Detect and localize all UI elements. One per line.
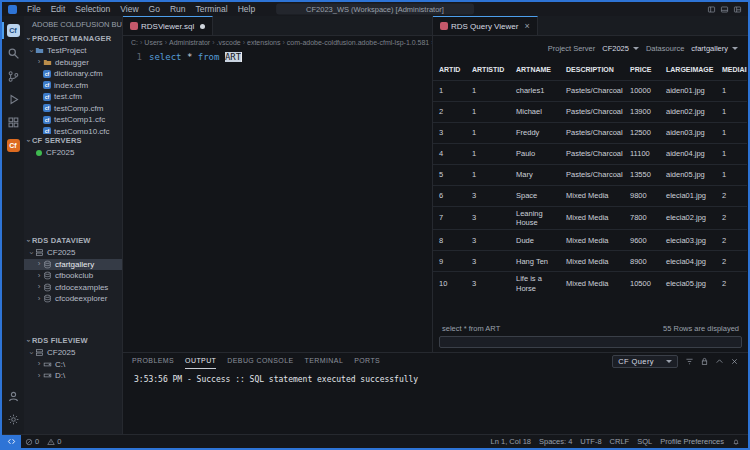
tree-item-d[interactable]: ›D:\ bbox=[24, 370, 122, 382]
status-utf-8[interactable]: UTF-8 bbox=[576, 437, 605, 446]
tree-item-cfcodeexplorer[interactable]: ›cfcodeexplorer bbox=[24, 293, 122, 305]
activity-coldfusion[interactable]: Cf bbox=[2, 134, 24, 157]
table-row[interactable]: 51MaryPastels/Charcoal13550aiden05.jpg1 bbox=[433, 164, 747, 185]
output-channel-select[interactable]: CF Query bbox=[612, 355, 678, 368]
menu-edit[interactable]: Edit bbox=[46, 4, 71, 14]
breadcrumb-segment[interactable]: Administrator bbox=[169, 39, 210, 46]
tree-item-cf2025[interactable]: CF2025 bbox=[24, 147, 122, 159]
breadcrumb-segment[interactable]: C: bbox=[131, 39, 138, 46]
menu-help[interactable]: Help bbox=[233, 4, 260, 14]
filter-icon[interactable] bbox=[685, 357, 694, 366]
code-editor[interactable]: 1select * from ART bbox=[123, 49, 432, 352]
section-header-rds-fileview[interactable]: ›RDS FILEVIEW bbox=[24, 334, 122, 347]
tree-item-cf2025[interactable]: ›CF2025 bbox=[24, 347, 122, 359]
table-row[interactable]: 93Hang TenMixed Media8900elecia04.jpg2 bbox=[433, 251, 747, 272]
status-ln-1-col-18[interactable]: Ln 1, Col 18 bbox=[487, 437, 535, 446]
tab-rds-query-viewer[interactable]: RDS Query Viewer × bbox=[433, 16, 538, 35]
activity-run-debug[interactable] bbox=[2, 88, 24, 111]
tree-item-c[interactable]: ›C:\ bbox=[24, 359, 122, 371]
tree-item-dictionary-cfm[interactable]: cfdictionary.cfm bbox=[24, 68, 122, 80]
activity-coldfusion-builder[interactable]: Cf bbox=[2, 19, 24, 42]
panel-tab-output[interactable]: OUTPUT bbox=[185, 353, 216, 369]
column-header-price[interactable]: PRICE bbox=[624, 60, 660, 80]
section-header-cf-servers[interactable]: ›CF SERVERS bbox=[24, 134, 122, 147]
activity-extensions[interactable] bbox=[2, 111, 24, 134]
menu-selection[interactable]: Selection bbox=[70, 4, 115, 14]
modified-dot-icon[interactable] bbox=[200, 24, 205, 29]
status-error[interactable]: 0 bbox=[21, 437, 43, 446]
tree-item-testcomp10-cfc[interactable]: cftestComp10.cfc bbox=[24, 126, 122, 135]
table-row[interactable]: 63SpaceMixed Media9800elecia01.jpg2 bbox=[433, 185, 747, 206]
toggle-panel-icon[interactable] bbox=[720, 5, 729, 14]
tree-item-cfdocexamples[interactable]: ›cfdocexamples bbox=[24, 282, 122, 294]
activity-source-control[interactable] bbox=[2, 65, 24, 88]
panel-tab-ports[interactable]: PORTS bbox=[354, 353, 380, 369]
activity-account[interactable] bbox=[2, 385, 24, 408]
tree-item-cfartgallery[interactable]: ›cfartgallery bbox=[24, 259, 122, 271]
cell: 1 bbox=[716, 143, 747, 164]
panel-tab-debug-console[interactable]: DEBUG CONSOLE bbox=[227, 353, 293, 369]
column-header-largeimage[interactable]: LARGEIMAGE bbox=[660, 60, 716, 80]
status-sql[interactable]: SQL bbox=[633, 437, 656, 446]
tree-item-index-cfm[interactable]: cfindex.cfm bbox=[24, 80, 122, 92]
maximize-panel-icon[interactable] bbox=[715, 357, 724, 366]
status-crlf[interactable]: CRLF bbox=[606, 437, 634, 446]
section-header-rds-dataview[interactable]: ›RDS DATAVIEW bbox=[24, 234, 122, 247]
cell: 10 bbox=[433, 272, 466, 295]
close-icon[interactable]: × bbox=[524, 21, 529, 31]
tree-item-label: cfartgallery bbox=[55, 260, 94, 269]
tab-rdsviewer-sql[interactable]: RDSViewer.sql bbox=[123, 16, 213, 35]
breadcrumb-segment[interactable]: com-adobe-coldfusion.adobe-cfml-lsp-1.0.… bbox=[287, 39, 429, 46]
status-profile-preferences[interactable]: Profile Preferences bbox=[656, 437, 728, 446]
table-row[interactable]: 31FreddyPastels/Charcoal12500aiden03.jpg… bbox=[433, 122, 747, 143]
tree-item-testproject[interactable]: ›TestProject bbox=[24, 45, 122, 57]
table-row[interactable]: 73Leaning HouseMixed Media7800elecia02.j… bbox=[433, 206, 747, 230]
menu-file[interactable]: File bbox=[22, 4, 46, 14]
column-header-description[interactable]: DESCRIPTION bbox=[560, 60, 624, 80]
tree-item-testcomp1-cfc[interactable]: cftestComp1.cfc bbox=[24, 114, 122, 126]
remote-indicator[interactable] bbox=[2, 435, 21, 448]
menu-go[interactable]: Go bbox=[144, 4, 165, 14]
breadcrumb-segment[interactable]: Users bbox=[144, 39, 162, 46]
chevron-right-icon: › bbox=[35, 372, 43, 380]
tree-item-debugger[interactable]: ›debugger bbox=[24, 57, 122, 69]
activity-settings[interactable] bbox=[2, 408, 24, 431]
column-header-artid[interactable]: ARTID bbox=[433, 60, 466, 80]
menu-terminal[interactable]: Terminal bbox=[191, 4, 233, 14]
tree-item-testcomp-cfm[interactable]: cftestComp.cfm bbox=[24, 103, 122, 115]
tree-item-cfbookclub[interactable]: ›cfbookclub bbox=[24, 270, 122, 282]
menu-view[interactable]: View bbox=[115, 4, 143, 14]
breadcrumb-segment[interactable]: .vscode bbox=[217, 39, 241, 46]
table-row[interactable]: 21MichaelPastels/Charcoal13900aiden02.jp… bbox=[433, 101, 747, 122]
customize-layout-icon[interactable] bbox=[733, 5, 742, 14]
close-panel-icon[interactable] bbox=[730, 357, 739, 366]
activity-search[interactable] bbox=[2, 42, 24, 65]
server-select[interactable]: CF2025 bbox=[602, 44, 639, 53]
status-spaces-4[interactable]: Spaces: 4 bbox=[535, 437, 576, 446]
tree-item-cf2025[interactable]: ›CF2025 bbox=[24, 247, 122, 259]
column-header-mediaid[interactable]: MEDIAID bbox=[716, 60, 747, 80]
toggle-sidebar-icon[interactable] bbox=[707, 5, 716, 14]
tree-item-test-cfm[interactable]: cftest.cfm bbox=[24, 91, 122, 103]
lock-icon[interactable] bbox=[700, 357, 709, 366]
datasource-select[interactable]: cfartgallery bbox=[691, 44, 738, 53]
code-token: from bbox=[198, 52, 220, 62]
table-row[interactable]: 41PauloPastels/Charcoal11100aiden04.jpg1 bbox=[433, 143, 747, 164]
panel-tab-problems[interactable]: PROBLEMS bbox=[132, 353, 174, 369]
section-cf-servers: ›CF SERVERSCF2025 bbox=[24, 134, 122, 234]
editor-and-panel: RDSViewer.sql C:›Users›Administrator›.vs… bbox=[123, 16, 748, 434]
rds-query-input[interactable] bbox=[439, 336, 742, 348]
column-header-artistid[interactable]: ARTISTID bbox=[466, 60, 510, 80]
breadcrumb-segment[interactable]: extensions bbox=[247, 39, 280, 46]
status-warning[interactable]: 0 bbox=[43, 437, 65, 446]
panel-tab-terminal[interactable]: TERMINAL bbox=[305, 353, 344, 369]
table-row[interactable]: 103Life is a HorseMixed Media10500elecia… bbox=[433, 272, 747, 295]
table-row[interactable]: 83DudeMixed Media9600elecia03.jpg2 bbox=[433, 230, 747, 251]
status-bell[interactable] bbox=[728, 438, 744, 446]
column-header-artname[interactable]: ARTNAME bbox=[510, 60, 560, 80]
cell: Mixed Media bbox=[560, 272, 624, 295]
output-console[interactable]: 3:53:56 PM - Success :: SQL statement ex… bbox=[123, 369, 748, 434]
table-row[interactable]: 11charles1Pastels/Charcoal10000aiden01.j… bbox=[433, 80, 747, 101]
section-header-project-manager[interactable]: ›PROJECT MANAGER bbox=[24, 32, 122, 45]
menu-run[interactable]: Run bbox=[165, 4, 191, 14]
